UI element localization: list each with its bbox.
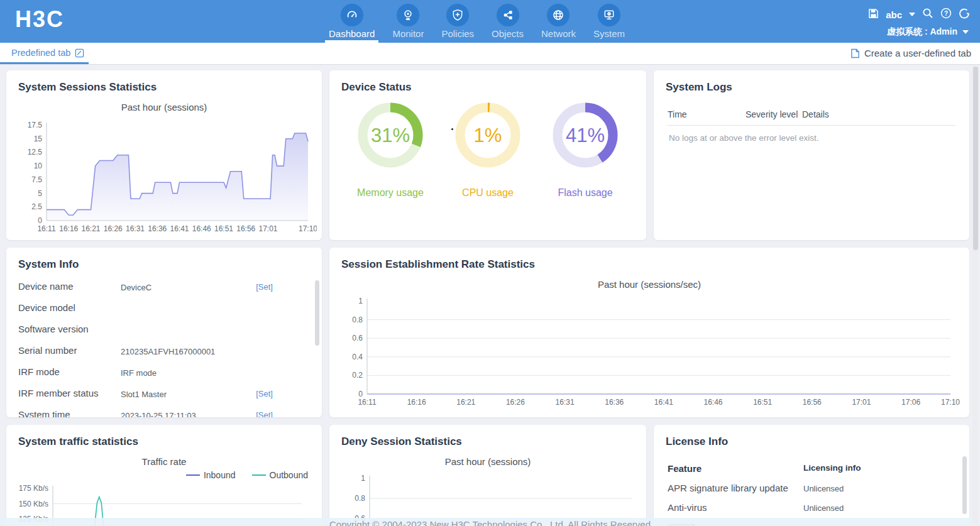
set-link[interactable]: [Set]	[256, 410, 273, 417]
nav-item-monitor[interactable]: Monitor	[392, 0, 424, 43]
svg-text:16:51: 16:51	[214, 224, 233, 233]
edit-tab-icon[interactable]	[75, 48, 84, 58]
h3c-dashboard-page: H3C DashboardMonitorPoliciesObjectsNetwo…	[0, 0, 980, 526]
vsys-caret-down-icon	[962, 30, 969, 34]
svg-text:16:26: 16:26	[506, 398, 525, 407]
svg-text:1: 1	[358, 297, 363, 305]
username-label[interactable]: abc	[886, 9, 902, 20]
virtual-system-selector[interactable]: 虚拟系统 : Admin	[887, 26, 969, 38]
svg-text:7.5: 7.5	[31, 175, 42, 184]
top-header: H3C DashboardMonitorPoliciesObjectsNetwo…	[0, 0, 980, 43]
chart-subtitle: Past hour (sessions)	[6, 102, 322, 112]
card-title: Session Establishment Rate Statistics	[329, 248, 969, 271]
nav-label: Dashboard	[329, 28, 375, 39]
legend-outbound[interactable]: Outbound	[252, 470, 309, 480]
svg-text:?: ?	[944, 10, 948, 17]
set-link[interactable]: [Set]	[256, 282, 273, 292]
nav-item-system[interactable]: System	[593, 0, 625, 43]
set-link[interactable]: [Set]	[256, 389, 273, 398]
info-row-irf-member-status: IRF member statusSlot1 Master[Set]	[6, 383, 322, 404]
tab-predefined[interactable]: Predefined tab	[11, 48, 84, 58]
svg-text:16:16: 16:16	[59, 224, 78, 233]
stray-dot	[451, 128, 453, 130]
svg-text:17:10: 17:10	[299, 224, 317, 233]
logs-table-header: TimeSeverity levelDetails	[668, 109, 955, 126]
user-caret-down-icon[interactable]	[909, 13, 915, 16]
nav-item-objects[interactable]: Objects	[492, 0, 524, 43]
license-status: Unlicensed	[803, 502, 844, 513]
svg-text:16:16: 16:16	[407, 398, 426, 407]
logout-icon[interactable]	[959, 8, 970, 21]
active-tab-indicator	[0, 62, 89, 64]
svg-text:16:11: 16:11	[358, 398, 376, 407]
nav-label: Objects	[492, 28, 524, 39]
usage-percent: 41%	[566, 124, 605, 146]
create-tab-label: Create a user-defined tab	[864, 48, 971, 58]
info-row-software-version: Software version	[6, 319, 322, 340]
copyright-footer: Copyright © 2004-2023 New H3C Technologi…	[0, 518, 980, 526]
h3c-logo: H3C	[15, 6, 64, 33]
svg-text:16:56: 16:56	[803, 398, 822, 407]
svg-text:16:41: 16:41	[170, 224, 189, 233]
svg-text:16:51: 16:51	[753, 398, 772, 407]
svg-text:16:56: 16:56	[236, 224, 255, 233]
shield-plus-icon	[446, 4, 469, 26]
nav-label: Policies	[441, 28, 474, 39]
create-user-defined-tab-button[interactable]: Create a user-defined tab	[851, 48, 971, 58]
copyright-text: Copyright © 2004-2023 New H3C Technologi…	[329, 519, 651, 526]
donut-chart: 1%	[453, 101, 522, 170]
license-feature: Anti-virus	[668, 502, 803, 513]
page-scrollbar-thumb[interactable]	[973, 67, 978, 250]
logs-col-details: Details	[802, 109, 829, 119]
legend-inbound[interactable]: Inbound	[186, 470, 236, 480]
svg-text:12.5: 12.5	[28, 148, 43, 156]
dashboard-tabbar: Predefined tab Create a user-defined tab	[0, 43, 980, 65]
card-title: Device Status	[329, 70, 646, 94]
page-scrollbar[interactable]	[972, 65, 979, 525]
save-icon[interactable]	[868, 8, 879, 21]
system-logs-card: System Logs TimeSeverity levelDetails No…	[654, 70, 969, 240]
svg-text:15: 15	[34, 134, 43, 143]
svg-text:16:46: 16:46	[703, 398, 722, 407]
usage-donut-cpu: 1%CPU usage	[453, 101, 522, 199]
svg-text:0.2: 0.2	[352, 371, 363, 380]
session-rate-statistics-card: Session Establishment Rate Statistics Pa…	[329, 248, 969, 417]
nav-item-policies[interactable]: Policies	[441, 0, 474, 43]
card-title: Deny Session Statistics	[329, 425, 646, 448]
logs-col-time: Time	[668, 109, 746, 119]
svg-text:0.8: 0.8	[355, 494, 365, 503]
card-title: License Info	[654, 425, 969, 448]
system-info-rows: Device nameDeviceC[Set]Device modelSoftw…	[6, 276, 322, 417]
info-row-irf-mode: IRF modeIRF mode	[6, 361, 322, 383]
webcam-icon	[397, 4, 419, 26]
info-value: Slot1 Master	[121, 390, 167, 399]
usage-label: Memory usage	[357, 187, 424, 199]
sessions-area-chart: 02.557.51012.51517.516:1116:1616:2116:26…	[10, 116, 317, 237]
usage-donut-memory: 31%Memory usage	[356, 101, 425, 199]
deny-session-statistics-card: Deny Session Statistics Past hour (sessi…	[329, 425, 646, 526]
svg-text:17:06: 17:06	[901, 398, 920, 407]
info-label: Software version	[18, 324, 89, 334]
gauge-icon	[341, 4, 363, 26]
nav-item-network[interactable]: Network	[541, 0, 576, 43]
legend-swatch	[186, 474, 200, 476]
usage-percent: 31%	[371, 124, 410, 146]
system-info-scrollbar[interactable]	[315, 280, 319, 346]
monitor-gear-icon	[598, 4, 620, 26]
info-row-serial-number: Serial number210235A1FVH167000001	[6, 340, 322, 361]
session-rate-line-chart: 00.20.40.60.8116:1116:1616:2116:2616:311…	[333, 293, 964, 412]
info-row-device-name: Device nameDeviceC[Set]	[6, 276, 322, 297]
svg-text:150 Kb/s: 150 Kb/s	[19, 500, 48, 508]
usage-label: Flash usage	[558, 187, 612, 199]
svg-text:16:36: 16:36	[148, 224, 167, 233]
license-scrollbar[interactable]	[962, 456, 967, 514]
logs-col-severity-level: Severity level	[746, 109, 802, 119]
nav-item-dashboard[interactable]: Dashboard	[329, 0, 375, 43]
share-nodes-icon	[497, 4, 519, 26]
search-icon[interactable]	[922, 8, 933, 21]
card-title: System Info	[6, 248, 322, 271]
svg-text:0: 0	[38, 216, 42, 225]
svg-text:16:46: 16:46	[192, 224, 211, 233]
svg-text:17.5: 17.5	[28, 121, 43, 129]
help-icon[interactable]: ?	[940, 8, 952, 21]
